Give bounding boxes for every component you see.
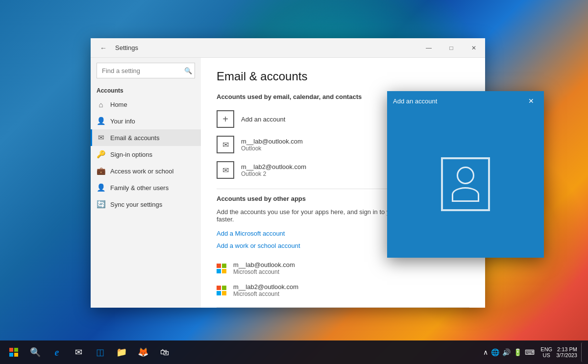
window-controls: — □ ✕ — [417, 38, 485, 58]
language-indicator: ENG US — [540, 346, 552, 358]
sidebar-item-sign-in[interactable]: 🔑 Sign-in options — [91, 146, 201, 163]
search-taskbar-button[interactable]: 🔍 — [25, 342, 45, 362]
person-icon: 👤 — [97, 117, 105, 125]
ms-account1-type: Microsoft account — [233, 268, 295, 275]
maximize-button[interactable]: □ — [440, 38, 463, 58]
account2-type: Outlook 2 — [241, 170, 306, 177]
sidebar-item-sync-label: Sync your settings — [110, 201, 162, 208]
briefcase-icon: 💼 — [97, 167, 105, 175]
sidebar-item-family-label: Family & other users — [110, 184, 169, 192]
taskbar-right: ∧ 🌐 🔊 🔋 ⌨ ENG US 2:13 PM 3/7/2023 — [483, 342, 584, 362]
key-icon: 🔑 — [97, 150, 105, 159]
desktop: ← Settings — □ ✕ 🔍 Accounts ⌂ Home — [0, 0, 588, 364]
popup-title-bar: Add an account ✕ — [387, 91, 544, 111]
sidebar-item-sync[interactable]: 🔄 Sync your settings — [91, 196, 201, 213]
family-icon: 👤 — [97, 183, 105, 192]
avatar-head — [457, 167, 474, 184]
edge-taskbar-icon[interactable]: e — [47, 342, 67, 362]
sidebar-item-email-accounts[interactable]: ✉ Email & accounts — [91, 129, 201, 146]
network-icon[interactable]: 🌐 — [491, 348, 499, 356]
sidebar: 🔍 Accounts ⌂ Home 👤 Your info ✉ Email & … — [91, 58, 201, 308]
email-icon: ✉ — [97, 133, 105, 142]
clock-time: 2:13 PM — [557, 346, 577, 352]
sidebar-item-home-label: Home — [110, 101, 127, 108]
popup-close-button[interactable]: ✕ — [524, 94, 538, 108]
envelope-icon-2: ✉ — [217, 161, 234, 179]
window-title: Settings — [115, 44, 138, 51]
add-icon: + — [217, 110, 234, 128]
ms-account2-info: m__lab2@outlook.com Microsoft account — [233, 283, 298, 297]
mail-taskbar-icon[interactable]: ✉ — [69, 342, 88, 362]
ms-account1-email: m__lab@outlook.com — [233, 261, 295, 268]
add-ms-account-button[interactable]: Add a Microsoft account — [217, 230, 285, 237]
close-button[interactable]: ✕ — [463, 38, 485, 58]
add-account-popup: Add an account ✕ — [387, 91, 544, 258]
minimize-button[interactable]: — — [417, 38, 440, 58]
popup-body — [387, 111, 544, 258]
add-account-label: Add an account — [241, 116, 285, 123]
ms-account1-item[interactable]: m__lab@outlook.com Microsoft account — [217, 257, 469, 279]
account2-email: m__lab2@outlook.com — [241, 163, 306, 170]
explorer-taskbar-icon[interactable]: 📁 — [112, 342, 131, 362]
back-button[interactable]: ← — [97, 41, 110, 55]
home-icon: ⌂ — [97, 100, 105, 109]
lang-label: ENG — [540, 346, 552, 352]
search-icon[interactable]: 🔍 — [184, 67, 192, 74]
sidebar-item-work-school[interactable]: 💼 Access work or school — [91, 163, 201, 179]
popup-avatar — [441, 157, 490, 211]
region-label: US — [543, 352, 550, 358]
sidebar-item-family[interactable]: 👤 Family & other users — [91, 179, 201, 196]
popup-title: Add an account — [393, 97, 437, 105]
ms-account2-type: Microsoft account — [233, 291, 298, 297]
clock-date: 3/7/2023 — [556, 352, 577, 358]
svg-rect-1 — [14, 348, 18, 352]
start-button[interactable] — [4, 342, 24, 362]
clock-area[interactable]: 2:13 PM 3/7/2023 — [556, 346, 577, 358]
search-input[interactable] — [97, 63, 195, 78]
speaker-icon[interactable]: 🔊 — [502, 348, 511, 356]
systray-icons: ∧ 🌐 🔊 🔋 ⌨ — [483, 348, 535, 356]
taskbar: 🔍 e ✉ ◫ 📁 🦊 🛍 ∧ 🌐 🔊 🔋 ⌨ ENG US 2:13 PM — [0, 340, 588, 364]
ms-account2-email: m__lab2@outlook.com — [233, 283, 298, 291]
store-taskbar-icon[interactable]: 🛍 — [155, 342, 174, 362]
sidebar-item-your-info[interactable]: 👤 Your info — [91, 113, 201, 129]
sidebar-item-email-label: Email & accounts — [110, 134, 159, 142]
svg-rect-2 — [9, 353, 13, 357]
ms-logo-1 — [217, 264, 226, 273]
account2-info: m__lab2@outlook.com Outlook 2 — [241, 163, 306, 177]
title-bar-left: ← Settings — [97, 41, 138, 55]
vscode-taskbar-icon[interactable]: ◫ — [90, 342, 110, 362]
add-account-info: Add an account — [241, 116, 285, 123]
sidebar-section-label: Accounts — [91, 84, 201, 96]
add-work-account-button[interactable]: Add a work or school account — [217, 242, 300, 249]
sidebar-item-sign-in-label: Sign-in options — [110, 151, 152, 158]
firefox-taskbar-icon[interactable]: 🦊 — [133, 342, 153, 362]
account1-type: Outlook — [241, 145, 303, 152]
ms-account1-info: m__lab@outlook.com Microsoft account — [233, 261, 295, 275]
account1-email: m__lab@outlook.com — [241, 138, 303, 145]
divider-2 — [217, 307, 469, 308]
envelope-icon-1: ✉ — [217, 136, 234, 153]
sidebar-item-work-label: Access work or school — [110, 168, 173, 175]
sidebar-item-home[interactable]: ⌂ Home — [91, 96, 201, 113]
taskbar-left: 🔍 e ✉ ◫ 📁 🦊 🛍 — [4, 342, 174, 362]
svg-rect-0 — [9, 348, 13, 352]
keyboard-icon[interactable]: ⌨ — [525, 348, 535, 356]
sidebar-item-your-info-label: Your info — [110, 118, 135, 125]
show-desktop-button[interactable] — [581, 342, 584, 362]
ms-logo-2 — [217, 286, 226, 295]
sync-icon: 🔄 — [97, 200, 105, 209]
title-bar: ← Settings — □ ✕ — [91, 38, 485, 58]
ms-account2-item[interactable]: m__lab2@outlook.com Microsoft account — [217, 279, 469, 301]
chevron-up-icon[interactable]: ∧ — [483, 348, 488, 356]
avatar-graphic — [452, 167, 479, 202]
svg-rect-3 — [14, 353, 18, 357]
search-box: 🔍 — [97, 63, 195, 78]
page-title: Email & accounts — [217, 70, 469, 83]
battery-icon[interactable]: 🔋 — [514, 348, 522, 356]
avatar-body — [452, 187, 479, 202]
account1-info: m__lab@outlook.com Outlook — [241, 138, 303, 152]
